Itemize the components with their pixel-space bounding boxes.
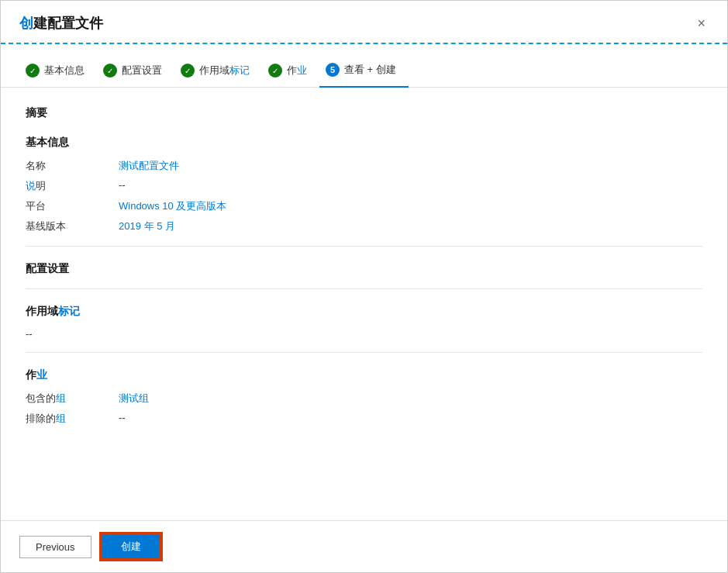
info-row-description: 说明 --: [26, 179, 702, 193]
step-1-check-icon: ✓: [26, 64, 40, 78]
value-included-groups: 测试组: [119, 392, 149, 406]
dialog-footer: Previous 创建: [1, 520, 727, 572]
divider-1: [26, 246, 702, 247]
step-2-check-icon: ✓: [103, 64, 117, 78]
section-title-basic-info: 基本信息: [26, 136, 702, 150]
value-excluded-groups: --: [119, 412, 126, 423]
value-baseline: 2019 年 5 月: [119, 219, 175, 233]
value-platform: Windows 10 及更高版本: [119, 199, 226, 213]
step-scope-tags[interactable]: ✓ 作用域标记: [174, 57, 262, 87]
step-5-label: 查看 + 创建: [344, 63, 396, 77]
info-row-platform: 平台 Windows 10 及更高版本: [26, 199, 702, 213]
label-excluded-groups: 排除的组: [26, 412, 119, 426]
label-description: 说明: [26, 179, 119, 193]
label-name: 名称: [26, 159, 119, 173]
previous-button[interactable]: Previous: [19, 536, 91, 558]
section-title-assignments: 作业: [26, 368, 702, 382]
create-button[interactable]: 创建: [101, 533, 161, 560]
value-name: 测试配置文件: [119, 159, 179, 173]
step-3-check-icon: ✓: [181, 64, 195, 78]
step-config-settings[interactable]: ✓ 配置设置: [97, 57, 174, 87]
label-included-groups: 包含的组: [26, 392, 119, 406]
divider-3: [26, 352, 702, 353]
dialog-content: 摘要 基本信息 名称 测试配置文件 说明 -- 平台 Windows 10 及更…: [1, 88, 727, 520]
step-1-label: 基本信息: [44, 64, 85, 78]
divider-2: [26, 288, 702, 289]
create-profile-dialog: 创建配置文件 × ✓ 基本信息 ✓ 配置设置 ✓ 作用域标记 ✓ 作业 5 查看…: [0, 0, 728, 573]
summary-title: 摘要: [26, 106, 702, 120]
info-row-baseline: 基线版本 2019 年 5 月: [26, 219, 702, 233]
step-review-create[interactable]: 5 查看 + 创建: [319, 57, 409, 88]
scope-tags-value: --: [26, 328, 702, 340]
step-4-label: 作业: [287, 64, 307, 78]
stepper: ✓ 基本信息 ✓ 配置设置 ✓ 作用域标记 ✓ 作业 5 查看 + 创建: [1, 44, 727, 88]
section-title-scope-tags: 作用域标记: [26, 305, 702, 319]
title-char-blue: 创: [19, 16, 33, 31]
step-5-number-icon: 5: [326, 63, 340, 77]
step-2-label: 配置设置: [122, 64, 162, 78]
dialog-header: 创建配置文件 ×: [1, 1, 727, 44]
info-row-name: 名称 测试配置文件: [26, 159, 702, 173]
step-4-check-icon: ✓: [268, 64, 282, 78]
step-assignments[interactable]: ✓ 作业: [262, 57, 319, 87]
step-3-label: 作用域标记: [199, 64, 250, 78]
info-row-included-groups: 包含的组 测试组: [26, 392, 702, 406]
section-title-config-settings: 配置设置: [26, 262, 702, 276]
dialog-title: 创建配置文件: [19, 14, 103, 33]
close-button[interactable]: ×: [694, 13, 709, 33]
label-platform: 平台: [26, 199, 119, 213]
step-basic-info[interactable]: ✓ 基本信息: [19, 57, 97, 87]
label-baseline: 基线版本: [26, 219, 119, 233]
value-description: --: [119, 179, 126, 191]
info-row-excluded-groups: 排除的组 --: [26, 412, 702, 426]
